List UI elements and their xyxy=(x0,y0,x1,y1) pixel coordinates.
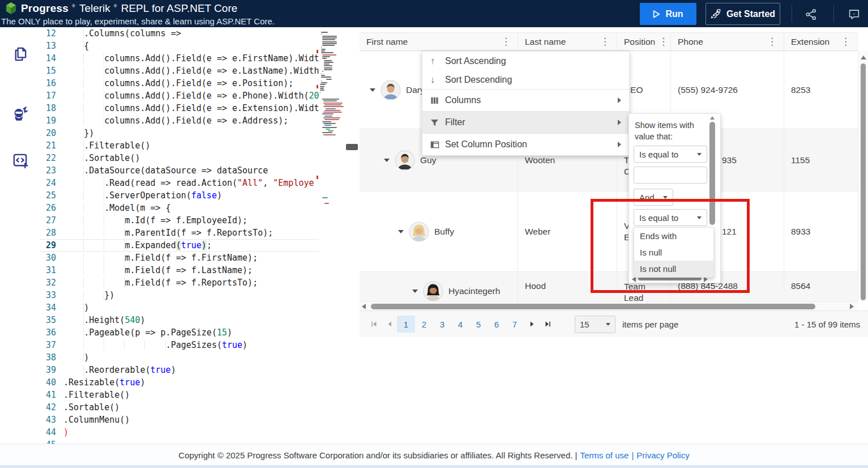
pager-page-7[interactable]: 7 xyxy=(506,316,524,333)
table-row[interactable]: Hyacintegerh Hood Team Lead (888) 845-24… xyxy=(360,272,858,301)
code-line[interactable]: 24 .Read(read => read.Action("All", "Emp… xyxy=(40,177,319,189)
collapse-row-arrow[interactable] xyxy=(398,230,404,233)
pane-splitter-handle[interactable] xyxy=(346,144,358,150)
new-snippet-icon[interactable] xyxy=(11,151,30,170)
share-button[interactable] xyxy=(804,7,818,21)
pager-next-button[interactable] xyxy=(525,316,540,332)
column-menu-button[interactable]: ⋮ xyxy=(837,35,854,49)
pager-page-3[interactable]: 3 xyxy=(433,316,451,333)
menu-item-filter[interactable]: Filter xyxy=(422,111,629,133)
code-line[interactable]: 23 .DataSource(dataSource => dataSource xyxy=(40,164,319,177)
pager-page-6[interactable]: 6 xyxy=(488,316,506,333)
menu-item-columns[interactable]: Columns xyxy=(422,89,629,111)
column-header-extension[interactable]: Extension⋮ xyxy=(784,33,858,50)
menu-item-sort-descending[interactable]: ↓Sort Descending xyxy=(422,70,629,89)
column-header-first-name[interactable]: First name⋮ xyxy=(360,33,518,50)
operator-option-is-not-null[interactable]: Is not null xyxy=(634,261,713,277)
run-button[interactable]: Run xyxy=(640,3,696,25)
code-line[interactable]: 20 }) xyxy=(40,127,319,139)
grid-horizontal-scrollbar[interactable] xyxy=(360,301,858,311)
column-menu-button[interactable]: ⋮ xyxy=(597,35,613,49)
code-text: columns.Add().Field(e => e.FirstName).Wi… xyxy=(63,52,319,65)
code-line[interactable]: 21 .Filterable() xyxy=(40,139,319,152)
code-line[interactable]: 36 .Pageable(p => p.PageSize(15) xyxy=(40,326,319,339)
operator-option-ends-with[interactable]: Ends with xyxy=(634,228,713,244)
column-header-phone[interactable]: Phone⋮ xyxy=(671,33,784,50)
menu-item-sort-ascending[interactable]: ↑Sort Ascending xyxy=(422,52,629,70)
feedback-button[interactable] xyxy=(847,7,861,21)
grid-vertical-scrollbar[interactable] xyxy=(858,51,868,301)
code-line[interactable]: 34 ) xyxy=(40,301,319,314)
code-line[interactable]: 38 ) xyxy=(40,351,319,364)
code-line[interactable]: 30 m.Field(f => f.FirstName); xyxy=(40,252,319,264)
pager-prev-button[interactable] xyxy=(382,316,397,332)
code-editor[interactable]: 12 .Columns(columns =>13 {14 columns.Add… xyxy=(40,27,319,444)
code-line[interactable]: 13 { xyxy=(40,40,319,52)
privacy-policy-link[interactable]: Privacy Policy xyxy=(636,450,689,460)
code-line[interactable]: 31 m.Field(f => f.LastName); xyxy=(40,264,319,276)
scroll-left-arrow[interactable] xyxy=(362,304,366,309)
code-line[interactable]: 25 .ServerOperation(false) xyxy=(40,189,319,202)
page-size-select[interactable]: 15 xyxy=(575,316,615,333)
pager-page-1[interactable]: 1 xyxy=(397,316,415,333)
code-line[interactable]: 35 .Height(540) xyxy=(40,314,319,326)
pager-page-5[interactable]: 5 xyxy=(469,316,488,333)
panel-scroll-up-arrow[interactable] xyxy=(710,116,715,120)
collapse-row-arrow[interactable] xyxy=(370,88,375,92)
telerik-ninja-icon[interactable] xyxy=(11,104,30,123)
panel-scrollbar-thumb[interactable] xyxy=(709,122,715,225)
code-line[interactable]: 16 columns.Add().Field(e => e.Position); xyxy=(40,77,319,90)
code-line[interactable]: 32 m.Field(f => f.ReportsTo); xyxy=(40,276,319,289)
code-line[interactable]: 19 columns.Add().Field(e => e.Address); xyxy=(40,114,319,127)
code-line[interactable]: 41.Filterable() xyxy=(40,389,319,401)
progress-logo-icon[interactable] xyxy=(5,2,18,15)
code-line[interactable]: 12 .Columns(columns => xyxy=(40,27,319,40)
code-line[interactable]: 26 .Model(m => { xyxy=(40,202,319,214)
table-row[interactable]: Buffy Weber VP, Engineering 121 8933 xyxy=(360,192,858,272)
filter-operator2-dropdown[interactable]: Is equal to xyxy=(634,209,707,226)
pager-page-2[interactable]: 2 xyxy=(415,316,433,333)
vertical-scrollbar-thumb[interactable] xyxy=(861,63,866,300)
filter-logic-dropdown[interactable]: And xyxy=(634,189,673,206)
code-line[interactable]: 44) xyxy=(40,426,319,439)
code-line[interactable]: 39 .Reorderable(true) xyxy=(40,364,319,376)
column-menu-button[interactable]: ⋮ xyxy=(498,35,514,49)
minimap[interactable] xyxy=(319,27,345,444)
code-line[interactable]: 27 m.Id(f => f.EmployeeId); xyxy=(40,214,319,227)
terms-of-use-link[interactable]: Terms of use xyxy=(580,450,629,460)
get-started-button[interactable]: Get Started xyxy=(705,3,780,25)
code-line[interactable]: 17 columns.Add().Field(e => e.Phone).Wid… xyxy=(40,90,319,102)
filter-operator1-dropdown[interactable]: Is equal to xyxy=(634,146,707,163)
horizontal-scrollbar-thumb[interactable] xyxy=(371,304,815,309)
copy-snippet-icon[interactable] xyxy=(11,44,30,63)
collapse-row-arrow[interactable] xyxy=(412,290,418,293)
code-line[interactable]: 18 columns.Add().Field(e => e.Extension)… xyxy=(40,102,319,114)
column-header-last-name[interactable]: Last name⋮ xyxy=(518,33,617,50)
code-line[interactable]: 40.Resizable(true) xyxy=(40,376,319,389)
code-line[interactable]: 29 m.Expanded(true); xyxy=(40,239,319,252)
column-menu-button[interactable]: ⋮ xyxy=(655,35,672,49)
code-line[interactable]: 22 .Sortable() xyxy=(40,152,319,164)
code-text: .Sortable() xyxy=(63,401,119,414)
code-line[interactable]: 43.ColumnMenu() xyxy=(40,414,319,426)
column-title: First name xyxy=(366,37,498,47)
scroll-right-arrow[interactable] xyxy=(850,304,854,309)
code-line[interactable]: 37 .PageSizes(true) xyxy=(40,339,319,351)
code-line[interactable]: 14 columns.Add().Field(e => e.FirstName)… xyxy=(40,52,319,65)
menu-item-set-column-position[interactable]: Set Column Position xyxy=(422,133,629,155)
filter-value-input[interactable] xyxy=(634,167,707,184)
pager-last-button[interactable] xyxy=(541,316,555,332)
code-line[interactable]: 33 }) xyxy=(40,289,319,301)
pager-first-button[interactable] xyxy=(366,316,381,332)
code-line[interactable]: 15 columns.Add().Field(e => e.LastName).… xyxy=(40,65,319,77)
operator-option-is-null[interactable]: Is null xyxy=(634,244,713,261)
code-line[interactable]: 28 m.ParentId(f => f.ReportsTo); xyxy=(40,227,319,239)
column-menu-button[interactable]: ⋮ xyxy=(764,35,780,49)
scroll-up-arrow[interactable] xyxy=(861,56,866,59)
code-line[interactable]: 42.Sortable() xyxy=(40,401,319,414)
code-line[interactable]: 45 xyxy=(40,439,319,444)
collapse-row-arrow[interactable] xyxy=(384,159,390,162)
line-number: 17 xyxy=(40,90,63,102)
column-header-position[interactable]: Position⋮ xyxy=(617,33,671,50)
pager-page-4[interactable]: 4 xyxy=(451,316,469,333)
